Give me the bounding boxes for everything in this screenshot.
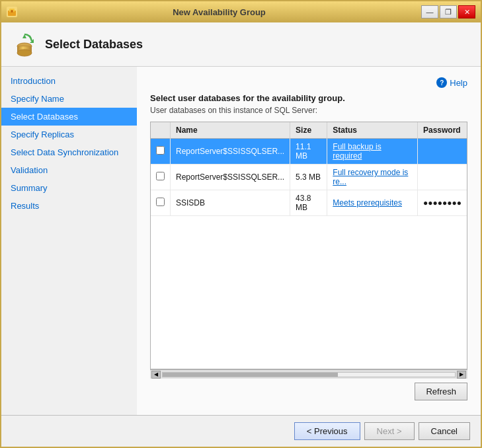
- next-button[interactable]: Next >: [364, 422, 415, 440]
- table-row[interactable]: SSISDB 43.8 MB Meets prerequisites ●●●●●…: [151, 190, 467, 216]
- db-table-wrapper[interactable]: Name Size Status Password: [150, 122, 467, 369]
- row2-name: ReportServer$SSISSQLSER...: [171, 165, 290, 190]
- scroll-left-btn[interactable]: ◀: [151, 371, 161, 379]
- title-bar: New Availability Group — ❐ ✕: [1, 1, 481, 22]
- row3-name: SSISDB: [171, 190, 290, 216]
- col-header-password: Password: [418, 122, 467, 139]
- sidebar-item-select-databases[interactable]: Select Databases: [1, 108, 137, 126]
- row2-status[interactable]: Full recovery mode is re...: [327, 165, 418, 190]
- scroll-thumb: [163, 373, 338, 377]
- minimize-button[interactable]: —: [421, 5, 438, 19]
- sidebar-item-validation[interactable]: Validation: [1, 161, 137, 179]
- sidebar-item-select-data-sync[interactable]: Select Data Synchronization: [1, 143, 137, 161]
- help-icon: ?: [436, 77, 447, 88]
- row1-checkbox-cell[interactable]: [151, 139, 171, 165]
- col-header-name: Name: [171, 122, 290, 139]
- sidebar: Introduction Specify Name Select Databas…: [1, 67, 137, 415]
- instruction-text: Select user databases for the availabili…: [150, 93, 467, 103]
- svg-point-6: [17, 50, 32, 56]
- row1-password: [418, 139, 467, 165]
- row2-size: 5.3 MB: [290, 165, 327, 190]
- row2-checkbox-cell[interactable]: [151, 165, 171, 190]
- row3-status-link[interactable]: Meets prerequisites: [333, 198, 402, 207]
- svg-point-2: [11, 10, 13, 13]
- help-label: Help: [450, 78, 467, 88]
- row2-password: [418, 165, 467, 190]
- row1-name: ReportServer$SSISSQLSER...: [171, 139, 290, 165]
- main-window: New Availability Group — ❐ ✕: [0, 0, 482, 448]
- table-header-row: Name Size Status Password: [151, 122, 467, 139]
- col-header-status: Status: [327, 122, 418, 139]
- window-title: New Availability Group: [17, 7, 421, 17]
- app-icon: [7, 7, 17, 17]
- layout-body: Introduction Specify Name Select Databas…: [1, 67, 481, 415]
- db-table: Name Size Status Password: [151, 122, 467, 216]
- previous-button[interactable]: < Previous: [294, 422, 360, 440]
- sidebar-item-specify-replicas[interactable]: Specify Replicas: [1, 126, 137, 143]
- page-header: Select Databases: [1, 22, 481, 67]
- window-controls: — ❐ ✕: [421, 5, 475, 19]
- cancel-button[interactable]: Cancel: [419, 422, 470, 440]
- row2-checkbox[interactable]: [156, 172, 165, 180]
- row1-size: 11.1 MB: [290, 139, 327, 165]
- table-row[interactable]: ReportServer$SSISSQLSER... 11.1 MB Full …: [151, 139, 467, 165]
- row1-checkbox[interactable]: [156, 146, 165, 155]
- header-icon: [12, 32, 37, 57]
- scroll-right-btn[interactable]: ▶: [457, 371, 466, 379]
- refresh-area: Refresh: [150, 379, 467, 404]
- sidebar-item-introduction[interactable]: Introduction: [1, 72, 137, 90]
- horizontal-scrollbar[interactable]: ◀ ▶: [150, 369, 467, 379]
- row3-size: 43.8 MB: [290, 190, 327, 216]
- row1-status[interactable]: Full backup is required: [327, 139, 418, 165]
- svg-rect-7: [17, 45, 32, 47]
- row1-status-link[interactable]: Full backup is required: [333, 142, 381, 161]
- row3-checkbox-cell[interactable]: [151, 190, 171, 216]
- row3-checkbox[interactable]: [156, 198, 165, 206]
- sidebar-item-results[interactable]: Results: [1, 197, 137, 215]
- close-button[interactable]: ✕: [458, 5, 475, 19]
- refresh-button[interactable]: Refresh: [415, 383, 467, 400]
- scroll-track[interactable]: [162, 372, 456, 377]
- row2-status-link[interactable]: Full recovery mode is re...: [333, 168, 408, 186]
- sidebar-item-summary[interactable]: Summary: [1, 179, 137, 197]
- main-content: ? Help Select user databases for the ava…: [137, 67, 481, 415]
- col-header-size: Size: [290, 122, 327, 139]
- help-link[interactable]: ? Help: [436, 77, 467, 88]
- restore-button[interactable]: ❐: [440, 5, 457, 19]
- sub-text: User databases on this instance of SQL S…: [150, 106, 467, 115]
- right-panel: ? Help Select user databases for the ava…: [137, 67, 481, 415]
- row3-status[interactable]: Meets prerequisites: [327, 190, 418, 216]
- footer: < Previous Next > Cancel: [1, 415, 481, 447]
- sidebar-item-specify-name[interactable]: Specify Name: [1, 90, 137, 108]
- table-row[interactable]: ReportServer$SSISSQLSER... 5.3 MB Full r…: [151, 165, 467, 190]
- page-title: Select Databases: [45, 38, 143, 52]
- row3-password: ●●●●●●●●: [418, 190, 467, 216]
- col-header-checkbox: [151, 122, 171, 139]
- database-section: Name Size Status Password: [150, 122, 467, 379]
